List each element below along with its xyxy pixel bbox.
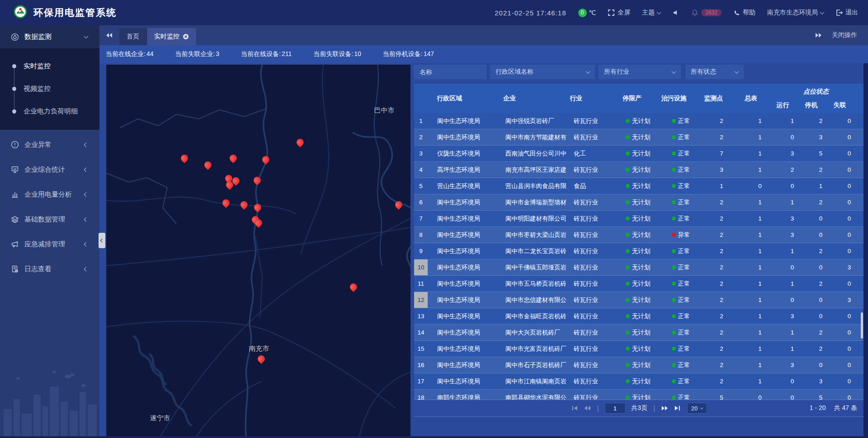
table-row[interactable]: 12 阆中生态环境局 阆中市忠信建材有限公 砖瓦行业 无计划 正常 2 1 0 …	[414, 292, 863, 308]
cell-company: 阆中千佛镇五郎垭页岩	[502, 259, 572, 275]
cell-total-meter: 1	[742, 308, 778, 324]
cell-running: 0	[778, 259, 807, 275]
table-row[interactable]: 18 南部生态环境局 南部县砌华水泥有限公 砖瓦行业 无计划 正常 5 0 0 …	[414, 390, 863, 400]
cell-total-meter: 1	[742, 357, 778, 373]
sidebar-item-log-view[interactable]: 日志查看	[0, 259, 99, 279]
sidebar-item-emergency-reduction[interactable]: 应急减排管理	[0, 234, 99, 254]
alert-circle-icon	[11, 141, 19, 149]
sidebar-item-power-load-detail[interactable]: 企业电力负荷明细	[0, 100, 99, 122]
cell-company: 阆中市枣碧大梁山页岩	[502, 227, 572, 243]
next-page-button[interactable]	[661, 405, 668, 411]
double-chevron-right-icon[interactable]	[815, 33, 822, 38]
sidebar-item-video-monitoring[interactable]: 视频监控	[0, 77, 99, 100]
sidebar-collapse-handle[interactable]	[99, 233, 105, 248]
table-row[interactable]: 8 阆中生态环境局 阆中市枣碧大梁山页岩 砖瓦行业 无计划 异常 2 1 3 0…	[414, 227, 863, 243]
table-row[interactable]: 2 阆中生态环境局 阆中市南方节能建材有 砖瓦行业 无计划 正常 2 1 0 3…	[414, 129, 863, 146]
table-row[interactable]: 17 阆中生态环境局 阆中市江南镇阆南页岩 砖瓦行业 无计划 正常 2 1 0 …	[414, 373, 863, 390]
sidebar-item-base-data-management[interactable]: 基础数据管理	[0, 209, 99, 229]
status-dot	[672, 217, 676, 221]
notifications-button[interactable]: 2632	[691, 9, 722, 16]
table-row[interactable]: 5 营山生态环境局 营山县润丰肉食品有限 食品 无计划 正常 1 0 0 1 0	[414, 178, 863, 194]
logout-button[interactable]: 退出	[835, 9, 858, 17]
sidebar-item-realtime-monitoring[interactable]: 实时监控	[0, 55, 99, 77]
close-operations-button[interactable]: 关闭操作	[832, 31, 857, 39]
table-row[interactable]: 14 阆中生态环境局 阆中大兴页岩机砖厂 砖瓦行业 无计划 正常 2 1 1 2…	[414, 325, 863, 341]
row-index: 4	[414, 162, 428, 178]
cell-industry: 砖瓦行业	[572, 113, 615, 129]
cell-running: 0	[778, 390, 807, 400]
tab-bar-right: 关闭操作	[815, 25, 868, 45]
sidebar-item-power-usage-analysis[interactable]: 企业用电量分析	[0, 184, 99, 204]
sidebar-item-data-monitoring[interactable]: 数据监测	[0, 25, 99, 48]
page-number-input[interactable]	[604, 403, 625, 414]
sidebar-item-enterprise-anomaly[interactable]: 企业异常	[0, 135, 99, 155]
row-index: 7	[414, 211, 428, 226]
status-dot	[672, 298, 676, 302]
cell-industry: 砖瓦行业	[572, 194, 615, 210]
org-menu[interactable]: 南充市生态环境局	[767, 9, 824, 17]
first-page-button[interactable]	[571, 405, 578, 411]
map-city-label: 遂宁市	[150, 414, 170, 423]
sidebar-item-enterprise-statistics[interactable]: 企业综合统计	[0, 160, 99, 179]
bell-icon	[691, 9, 698, 16]
table-row[interactable]: 10 阆中生态环境局 阆中千佛镇五郎垭页岩 砖瓦行业 无计划 正常 2 1 0 …	[414, 259, 863, 276]
last-page-button[interactable]	[674, 405, 681, 411]
table-row[interactable]: 4 高坪生态环境局 南充市高坪区王家店建 砖瓦行业 无计划 正常 3 1 2 2…	[414, 162, 863, 178]
double-chevron-left-icon	[106, 33, 113, 38]
table-row[interactable]: 1 阆中生态环境局 阆中强锐页岩砖厂 砖瓦行业 无计划 正常 2 1 1 2 0	[414, 113, 863, 129]
cell-production-limit: 无计划	[615, 129, 660, 145]
name-filter-input[interactable]	[414, 65, 486, 79]
map-city-label: 巴中市	[374, 106, 395, 115]
tabs-scroll-left-button[interactable]	[99, 25, 119, 45]
cell-monitor-points: 2	[701, 357, 742, 373]
table-row[interactable]: 13 阆中生态环境局 阆中市金福旺页岩机砖 砖瓦行业 无计划 正常 2 1 3 …	[414, 308, 863, 325]
cell-total-meter: 1	[742, 325, 778, 340]
temperature-badge: 0	[578, 9, 587, 17]
log-document-icon	[11, 265, 19, 273]
industry-filter-select[interactable]: 所有行业	[599, 65, 681, 79]
table-row[interactable]: 3 仪陇生态环境局 西南油气田分公司川中 化工 无计划 正常 7 1 3 5 0	[414, 146, 863, 162]
cell-monitor-points: 2	[701, 227, 742, 243]
table-row[interactable]: 6 阆中生态环境局 阆中市金博瑞新型墙材 砖瓦行业 无计划 正常 2 1 1 2…	[414, 194, 863, 211]
theme-menu[interactable]: 主题	[642, 9, 660, 17]
status-filter-select[interactable]: 所有状态	[685, 65, 744, 79]
cell-production-limit: 无计划	[615, 243, 660, 259]
cell-monitor-points: 2	[701, 243, 742, 259]
layers-icon	[11, 215, 19, 223]
tab-home[interactable]: 首页	[119, 28, 147, 45]
cell-stopped: 2	[807, 341, 835, 357]
cell-company: 阆中大兴页岩机砖厂	[502, 325, 572, 340]
fullscreen-button[interactable]: 全屏	[608, 9, 630, 17]
table-row[interactable]: 7 阆中生态环境局 阆中明阳建材有限公司 砖瓦行业 无计划 正常 2 1 3 0…	[414, 211, 863, 227]
cell-running: 3	[778, 211, 807, 226]
help-button[interactable]: 帮助	[733, 9, 755, 17]
cell-monitor-points: 2	[701, 129, 742, 145]
cell-offline: 0	[835, 325, 863, 340]
table-row[interactable]: 11 阆中生态环境局 阆中市五马桥页岩机砖 砖瓦行业 无计划 正常 2 1 1 …	[414, 276, 863, 292]
region-filter-select[interactable]: 行政区域名称	[490, 65, 595, 79]
row-index: 3	[414, 146, 428, 161]
table-row[interactable]: 9 阆中生态环境局 阆中市二龙长宝页岩砖 砖瓦行业 无计划 正常 2 1 1 2…	[414, 243, 863, 259]
tab-close-icon[interactable]	[183, 33, 189, 40]
cell-production-limit: 无计划	[615, 146, 660, 161]
cell-monitor-points: 2	[701, 276, 742, 292]
logout-icon	[835, 9, 843, 16]
col-group-point-status: 点位状态 运行 停机 失联	[769, 84, 863, 113]
map-panel[interactable]: 巴中市南充市遂宁市	[106, 65, 410, 436]
chevron-down-icon	[735, 69, 739, 74]
megaphone-icon	[11, 240, 19, 248]
speaker-icon	[672, 9, 679, 16]
table-scrollbar-thumb[interactable]	[861, 312, 863, 339]
cell-company: 阆中市金福旺页岩机砖	[502, 308, 572, 324]
cell-stopped: 0	[807, 308, 835, 324]
table-row[interactable]: 16 阆中生态环境局 阆中市石子页岩机砖厂 砖瓦行业 无计划 正常 2 1 3 …	[414, 357, 863, 373]
page-size-select[interactable]: 20	[687, 403, 707, 414]
cell-stopped: 0	[807, 227, 835, 243]
prev-page-button[interactable]	[584, 405, 591, 411]
cell-monitor-points: 2	[701, 259, 742, 275]
table-row[interactable]: 15 阆中生态环境局 阆中市光富页岩机砖厂 砖瓦行业 无计划 正常 2 1 1 …	[414, 341, 863, 357]
droplet-circle-icon	[11, 33, 19, 41]
sound-toggle[interactable]	[672, 9, 679, 16]
cell-total-meter: 1	[742, 162, 778, 178]
tab-realtime-monitoring[interactable]: 实时监控	[147, 28, 197, 45]
